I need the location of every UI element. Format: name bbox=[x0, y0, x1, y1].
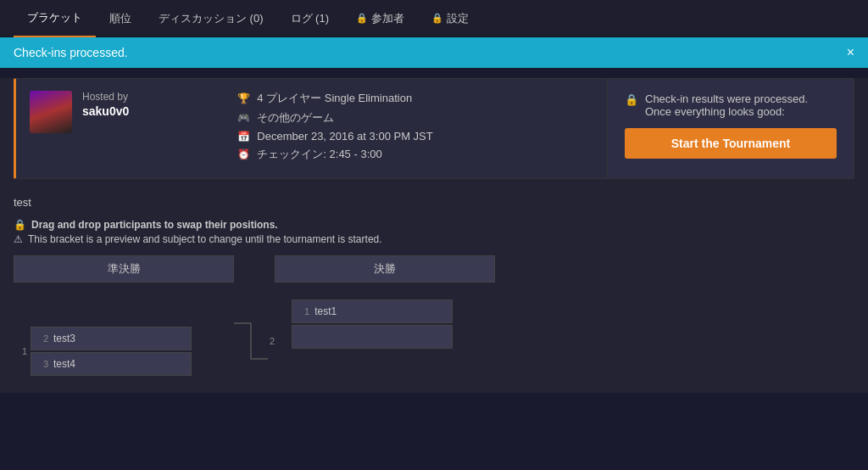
bracket-table: 準決勝 1 2 test3 3 test4 bbox=[14, 255, 854, 386]
hosted-by-label: Hosted by bbox=[82, 91, 129, 103]
match-seed-1: 1 bbox=[14, 346, 27, 356]
semifinals-header: 準決勝 bbox=[14, 255, 234, 283]
team-name-test3: test3 bbox=[53, 333, 75, 344]
finals-matches: 1 test1 bbox=[275, 283, 495, 359]
warning-notice: ⚠ This bracket is a preview and subject … bbox=[14, 233, 854, 245]
connector-area: 2 bbox=[234, 255, 275, 386]
team-row-test3[interactable]: 2 test3 bbox=[31, 327, 192, 350]
start-tournament-button[interactable]: Start the Tournament bbox=[625, 128, 837, 159]
lock-icon-participants: 🔒 bbox=[356, 13, 368, 24]
players-label: 4 プレイヤー Single Elimination bbox=[257, 91, 412, 106]
tab-standings[interactable]: 順位 bbox=[96, 0, 145, 37]
checkin-row: ⏰ チェックイン: 2:45 - 3:00 bbox=[236, 147, 590, 162]
team-name-test4: test4 bbox=[53, 358, 75, 370]
final-row-empty bbox=[292, 325, 453, 349]
host-name: saku0v0 bbox=[82, 104, 129, 118]
clock-icon: ⏰ bbox=[236, 148, 250, 160]
bracket-name: test bbox=[14, 196, 854, 209]
date-row: 📅 December 23, 2016 at 3:00 PM JST bbox=[236, 130, 590, 143]
date-label: December 23, 2016 at 3:00 PM JST bbox=[257, 130, 432, 143]
meta-info: 🏆 4 プレイヤー Single Elimination 🎮 その他のゲーム 📅… bbox=[220, 79, 607, 178]
bracket-connector-svg bbox=[234, 311, 268, 371]
trophy-icon: 🏆 bbox=[236, 92, 250, 104]
final-name-test1: test1 bbox=[314, 305, 337, 317]
final-row-test1[interactable]: 1 test1 bbox=[292, 299, 453, 323]
avatar bbox=[30, 91, 72, 133]
game-label: その他のゲーム bbox=[257, 110, 334, 126]
lock-icon-settings: 🔒 bbox=[431, 13, 443, 24]
team-row-test4[interactable]: 3 test4 bbox=[31, 352, 192, 376]
final-seed-1: 1 bbox=[298, 306, 309, 316]
info-right-section: 🔒 Check-in results were processed. Once … bbox=[607, 79, 854, 178]
host-info: Hosted by saku0v0 bbox=[82, 91, 129, 118]
info-card: Hosted by saku0v0 🏆 4 プレイヤー Single Elimi… bbox=[14, 78, 854, 179]
finals-col: 決勝 1 test1 bbox=[275, 255, 495, 386]
final-slot-1[interactable]: 1 test1 bbox=[292, 299, 453, 349]
tab-log[interactable]: ログ (1) bbox=[277, 0, 343, 37]
lock-icon-drag: 🔒 bbox=[14, 219, 26, 231]
info-left-section: Hosted by saku0v0 bbox=[16, 79, 220, 178]
game-row: 🎮 その他のゲーム bbox=[236, 110, 590, 126]
checkin-label: チェックイン: 2:45 - 3:00 bbox=[257, 147, 381, 162]
warning-icon: ⚠ bbox=[14, 233, 23, 245]
finals-header: 決勝 bbox=[275, 255, 495, 283]
checkin-result-text: 🔒 Check-in results were processed. Once … bbox=[625, 92, 837, 118]
alert-message: Check-ins processed. bbox=[14, 46, 128, 59]
bracket-area: test 🔒 Drag and drop participants to swa… bbox=[0, 189, 868, 393]
semifinals-col: 準決勝 1 2 test3 3 test4 bbox=[14, 255, 234, 386]
tab-bracket[interactable]: ブラケット bbox=[14, 0, 96, 37]
tab-discussion[interactable]: ディスカッション (0) bbox=[145, 0, 277, 37]
drag-notice: 🔒 Drag and drop participants to swap the… bbox=[14, 219, 854, 231]
team-seed-2: 2 bbox=[36, 333, 48, 344]
tab-settings[interactable]: 🔒 設定 bbox=[418, 0, 482, 37]
avatar-image bbox=[30, 91, 72, 133]
lock-icon-checkin: 🔒 bbox=[625, 93, 638, 106]
semifinal-match-1: 1 2 test3 3 test4 bbox=[14, 327, 234, 376]
calendar-icon: 📅 bbox=[236, 131, 250, 143]
gamepad-icon: 🎮 bbox=[236, 112, 250, 124]
semifinals-matches: 1 2 test3 3 test4 bbox=[14, 283, 234, 386]
alert-bar: Check-ins processed. × bbox=[0, 37, 868, 68]
final-match-1: 1 test1 bbox=[275, 299, 495, 349]
players-row: 🏆 4 プレイヤー Single Elimination bbox=[236, 91, 590, 106]
tab-participants[interactable]: 🔒 参加者 bbox=[342, 0, 418, 37]
match-slot-1[interactable]: 2 test3 3 test4 bbox=[31, 327, 192, 376]
team-seed-3: 3 bbox=[36, 359, 48, 369]
main-content: Hosted by saku0v0 🏆 4 プレイヤー Single Elimi… bbox=[0, 78, 868, 393]
alert-close-button[interactable]: × bbox=[847, 46, 854, 59]
nav-bar: ブラケット 順位 ディスカッション (0) ログ (1) 🔒 参加者 🔒 設定 bbox=[0, 0, 868, 37]
